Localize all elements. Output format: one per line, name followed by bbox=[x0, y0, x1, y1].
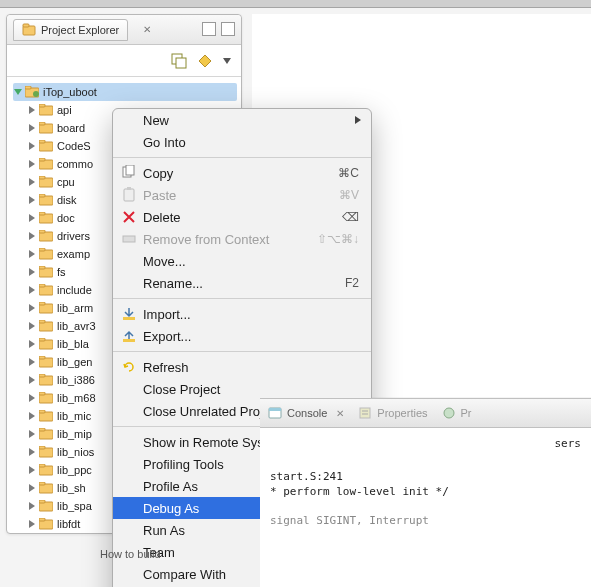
disclosure-triangle-icon[interactable] bbox=[29, 196, 35, 204]
view-menu-button[interactable] bbox=[223, 58, 231, 64]
disclosure-triangle-icon[interactable] bbox=[29, 394, 35, 402]
link-editor-icon[interactable] bbox=[197, 53, 213, 69]
refresh-icon bbox=[121, 359, 137, 375]
svg-rect-63 bbox=[269, 408, 281, 411]
svg-rect-57 bbox=[124, 189, 134, 201]
svg-rect-28 bbox=[39, 284, 45, 287]
disclosure-triangle-icon[interactable] bbox=[29, 358, 35, 366]
menu-close-project[interactable]: Close Project bbox=[113, 378, 371, 400]
disclosure-triangle-icon[interactable] bbox=[29, 520, 35, 528]
disclosure-triangle-icon[interactable] bbox=[29, 178, 35, 186]
tree-folder-label: lib_spa bbox=[57, 500, 92, 512]
console-icon bbox=[268, 406, 282, 420]
menu-export[interactable]: Export... bbox=[113, 325, 371, 347]
menu-move[interactable]: Move... bbox=[113, 250, 371, 272]
disclosure-triangle-icon[interactable] bbox=[29, 466, 35, 474]
folder-icon bbox=[39, 104, 53, 116]
properties-tab[interactable]: Properties bbox=[358, 406, 427, 420]
disclosure-triangle-icon[interactable] bbox=[29, 124, 35, 132]
folder-icon bbox=[39, 212, 53, 224]
disclosure-triangle-icon[interactable] bbox=[29, 250, 35, 258]
tree-folder-label: lib_avr3 bbox=[57, 320, 96, 332]
project-explorer-tab-label: Project Explorer bbox=[41, 24, 119, 36]
chevron-down-icon bbox=[223, 58, 231, 64]
folder-icon bbox=[39, 284, 53, 296]
tree-folder-label: api bbox=[57, 104, 72, 116]
svg-rect-64 bbox=[360, 408, 370, 418]
view-toolbar bbox=[7, 45, 241, 77]
close-icon[interactable]: ✕ bbox=[336, 408, 344, 419]
menu-new[interactable]: New bbox=[113, 109, 371, 131]
disclosure-triangle-icon[interactable] bbox=[29, 322, 35, 330]
folder-icon bbox=[39, 302, 53, 314]
folder-icon bbox=[39, 338, 53, 350]
problems-icon bbox=[442, 406, 456, 420]
svg-rect-30 bbox=[39, 302, 45, 305]
disclosure-triangle-icon[interactable] bbox=[29, 448, 35, 456]
disclosure-triangle-icon[interactable] bbox=[29, 214, 35, 222]
disclosure-triangle-icon[interactable] bbox=[29, 340, 35, 348]
svg-rect-58 bbox=[127, 187, 131, 190]
tree-folder-label: fs bbox=[57, 266, 66, 278]
folder-icon bbox=[39, 230, 53, 242]
maximize-view-button[interactable] bbox=[221, 22, 235, 36]
folder-icon bbox=[39, 500, 53, 512]
disclosure-triangle-icon[interactable] bbox=[29, 142, 35, 150]
svg-rect-48 bbox=[39, 464, 45, 467]
svg-rect-50 bbox=[39, 482, 45, 485]
console-output: sers start.S:241 * perform low-level ini… bbox=[260, 428, 591, 587]
delete-icon bbox=[121, 209, 137, 225]
svg-rect-36 bbox=[39, 356, 45, 359]
svg-point-6 bbox=[33, 91, 39, 97]
folder-icon bbox=[39, 266, 53, 278]
minimize-view-button[interactable] bbox=[202, 22, 216, 36]
menu-remove-context: Remove from Context⇧⌥⌘↓ bbox=[113, 228, 371, 250]
disclosure-triangle-icon[interactable] bbox=[29, 286, 35, 294]
tree-root-project[interactable]: iTop_uboot bbox=[13, 83, 237, 101]
menu-refresh[interactable]: Refresh bbox=[113, 356, 371, 378]
svg-rect-10 bbox=[39, 122, 45, 125]
folder-icon bbox=[39, 428, 53, 440]
tree-folder-label: drivers bbox=[57, 230, 90, 242]
tree-folder-label: cpu bbox=[57, 176, 75, 188]
menu-go-into[interactable]: Go Into bbox=[113, 131, 371, 153]
menu-import[interactable]: Import... bbox=[113, 303, 371, 325]
export-icon bbox=[121, 328, 137, 344]
close-icon[interactable]: ✕ bbox=[143, 24, 151, 35]
project-explorer-tab[interactable]: Project Explorer bbox=[13, 19, 128, 41]
tree-folder-label: libfdt bbox=[57, 518, 80, 530]
project-folder-icon bbox=[25, 86, 39, 98]
menu-delete[interactable]: Delete⌫ bbox=[113, 206, 371, 228]
folder-icon bbox=[39, 464, 53, 476]
folder-icon bbox=[39, 320, 53, 332]
svg-rect-40 bbox=[39, 392, 45, 395]
svg-rect-46 bbox=[39, 446, 45, 449]
tree-folder-label: doc bbox=[57, 212, 75, 224]
disclosure-triangle-icon[interactable] bbox=[29, 430, 35, 438]
disclosure-triangle-icon[interactable] bbox=[14, 89, 22, 95]
disclosure-triangle-icon[interactable] bbox=[29, 412, 35, 420]
tree-root-label: iTop_uboot bbox=[43, 86, 97, 98]
collapse-all-icon[interactable] bbox=[171, 53, 187, 69]
disclosure-triangle-icon[interactable] bbox=[29, 376, 35, 384]
tree-folder-label: board bbox=[57, 122, 85, 134]
svg-rect-16 bbox=[39, 176, 45, 179]
disclosure-triangle-icon[interactable] bbox=[29, 502, 35, 510]
disclosure-triangle-icon[interactable] bbox=[29, 106, 35, 114]
tree-folder-label: lib_sh bbox=[57, 482, 86, 494]
tree-folder-label: lib_m68 bbox=[57, 392, 96, 404]
disclosure-triangle-icon[interactable] bbox=[29, 232, 35, 240]
menu-rename[interactable]: Rename...F2 bbox=[113, 272, 371, 294]
disclosure-triangle-icon[interactable] bbox=[29, 484, 35, 492]
menu-copy[interactable]: Copy⌘C bbox=[113, 162, 371, 184]
tree-folder-label: lib_nios bbox=[57, 446, 94, 458]
tree-folder-label: lib_gen bbox=[57, 356, 92, 368]
pr-tab[interactable]: Pr bbox=[442, 406, 472, 420]
disclosure-triangle-icon[interactable] bbox=[29, 304, 35, 312]
disclosure-triangle-icon[interactable] bbox=[29, 268, 35, 276]
svg-rect-42 bbox=[39, 410, 45, 413]
folder-icon bbox=[39, 176, 53, 188]
console-tab[interactable]: Console ✕ bbox=[268, 406, 344, 420]
disclosure-triangle-icon[interactable] bbox=[29, 160, 35, 168]
tree-folder-label: commo bbox=[57, 158, 93, 170]
